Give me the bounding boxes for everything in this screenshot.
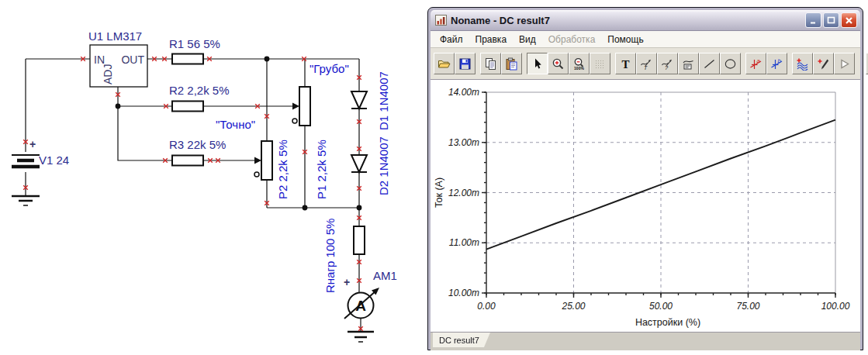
- chart-svg[interactable]: 10.00m11.00m12.00m13.00m14.00m0.0025.005…: [431, 80, 860, 332]
- cursor-b-icon: b: [770, 57, 783, 71]
- rload-label: Rнагр 100 5%: [323, 219, 337, 293]
- u1-label: U1 LM317: [88, 29, 142, 43]
- line-tool-icon: [703, 57, 716, 71]
- play-button: [834, 53, 855, 74]
- paste-button[interactable]: [501, 53, 522, 74]
- svg-text:100%: 100%: [574, 66, 584, 71]
- cursor-arrow-icon: [531, 57, 544, 71]
- battery-plus-sign: +: [29, 138, 36, 150]
- p2-callout: "Точно": [216, 118, 255, 131]
- window-chart-icon: [435, 14, 448, 26]
- add-curves-button[interactable]: [792, 53, 813, 74]
- copy-icon: [484, 57, 497, 71]
- menu-help[interactable]: Помощь: [601, 33, 649, 47]
- r2-label: R2 2,2k 5%: [169, 84, 230, 97]
- svg-text:14.00m: 14.00m: [448, 87, 479, 98]
- svg-text:T: T: [644, 65, 648, 71]
- svg-text:13.00m: 13.00m: [448, 137, 479, 148]
- menu-bar: Файл Правка Вид Обработка Помощь: [431, 31, 860, 48]
- label-text-button[interactable]: T: [636, 53, 657, 74]
- open-folder-icon: [437, 57, 451, 71]
- copy-button[interactable]: [480, 53, 501, 74]
- minimize-button[interactable]: [805, 12, 821, 28]
- curve-legend-icon: [682, 57, 695, 71]
- paste-icon: [505, 57, 518, 71]
- line-tool-button[interactable]: [699, 53, 720, 74]
- ellipse-tool-button[interactable]: [720, 53, 741, 74]
- select-cursor-button[interactable]: [527, 53, 548, 74]
- probe-button[interactable]: [813, 53, 834, 74]
- ellipse-tool-icon: [724, 57, 737, 71]
- maximize-icon: [827, 16, 835, 25]
- minimize-icon: [809, 16, 818, 25]
- svg-text:50.00: 50.00: [649, 301, 673, 312]
- pin-marks: [23, 57, 363, 331]
- cursor-b-button[interactable]: b: [766, 53, 787, 74]
- r3-label: R3 22k 5%: [169, 138, 226, 151]
- d2-label: D2 1N4007: [377, 136, 390, 195]
- open-button[interactable]: [434, 53, 455, 74]
- zoom-in-button[interactable]: [548, 53, 569, 74]
- text-tool-button[interactable]: T: [615, 53, 636, 74]
- cursor-a-button[interactable]: a: [745, 53, 766, 74]
- svg-text:25.00: 25.00: [561, 301, 585, 312]
- svg-text:10.00m: 10.00m: [448, 288, 479, 298]
- potentiometer-p2[interactable]: "Точно" P2 2,2k 5%: [216, 118, 289, 199]
- svg-text:0.00: 0.00: [477, 301, 496, 312]
- curve-label-question-icon: ?: [661, 57, 674, 71]
- curve-label-t-icon: T: [640, 57, 653, 71]
- menu-edit[interactable]: Правка: [469, 33, 514, 47]
- tab-dc-result7[interactable]: DC result7: [433, 333, 490, 347]
- ammeter-plus-sign: +: [344, 276, 350, 288]
- regulator-u1[interactable]: U1 LM317 IN OUT ADJ: [88, 29, 147, 87]
- legend-button[interactable]: [678, 53, 699, 74]
- add-curves-icon: [796, 57, 809, 71]
- menu-view[interactable]: Вид: [513, 33, 542, 47]
- svg-text:?: ?: [665, 64, 669, 71]
- p1-label: P1 2,2k 5%: [315, 140, 328, 199]
- svg-text:11.00m: 11.00m: [449, 237, 479, 248]
- close-icon: [845, 16, 853, 25]
- ammeter-am1[interactable]: A + AM1: [344, 269, 397, 319]
- u1-pin-out: OUT: [121, 53, 144, 66]
- menu-file[interactable]: Файл: [434, 33, 469, 47]
- zoom-100-icon: 100%: [572, 57, 586, 71]
- svg-text:Ток (A): Ток (A): [434, 178, 444, 208]
- title-bar[interactable]: Noname - DC result7: [431, 10, 860, 31]
- battery-v1[interactable]: + V1 24: [12, 138, 69, 167]
- resistor-r2[interactable]: R2 2,2k 5%: [169, 84, 230, 112]
- toolbar: 100% T: [431, 48, 860, 80]
- cursor-a-icon: a: [749, 57, 763, 71]
- save-button[interactable]: [455, 53, 475, 74]
- zoom-in-icon: [552, 57, 565, 71]
- play-icon: [838, 57, 851, 71]
- circuit-schematic-canvas[interactable]: + V1 24 U1 LM317 IN OUT ADJ R1 56 5%: [0, 0, 427, 355]
- potentiometer-p1[interactable]: "Грубо" P1 2,2k 5%: [292, 62, 349, 199]
- zoom-100-button[interactable]: 100%: [569, 53, 590, 74]
- label-query-button[interactable]: ?: [657, 53, 678, 74]
- svg-text:a: a: [757, 57, 760, 64]
- close-button[interactable]: [841, 12, 857, 28]
- maximize-button[interactable]: [823, 12, 839, 28]
- tab-label: DC result7: [439, 336, 479, 345]
- svg-text:12.00m: 12.00m: [448, 188, 479, 198]
- chart-panel: 10.00m11.00m12.00m13.00m14.00m0.0025.005…: [431, 80, 860, 333]
- grid-button: [590, 53, 610, 74]
- svg-text:b: b: [778, 57, 781, 64]
- probe-pen-icon: [817, 57, 830, 71]
- p1-callout: "Грубо": [310, 62, 349, 75]
- screenshot-root: + V1 24 U1 LM317 IN OUT ADJ R1 56 5%: [0, 0, 868, 355]
- tab-bar: DC result7: [431, 333, 860, 350]
- resistor-r1[interactable]: R1 56 5%: [169, 37, 220, 64]
- svg-text:Настройки (%): Настройки (%): [635, 317, 700, 328]
- svg-text:100.00: 100.00: [821, 301, 850, 312]
- battery-label: V1 24: [39, 153, 69, 167]
- grid-icon: [593, 57, 607, 71]
- ground-ammeter: [348, 332, 374, 342]
- menu-process: Обработка: [542, 33, 602, 47]
- window-title: Noname - DC result7: [451, 15, 804, 26]
- save-floppy-icon: [458, 57, 472, 71]
- diode-d1[interactable]: D1 1N4007: [351, 71, 390, 130]
- svg-text:75.00: 75.00: [736, 301, 759, 312]
- r1-label: R1 56 5%: [169, 37, 220, 50]
